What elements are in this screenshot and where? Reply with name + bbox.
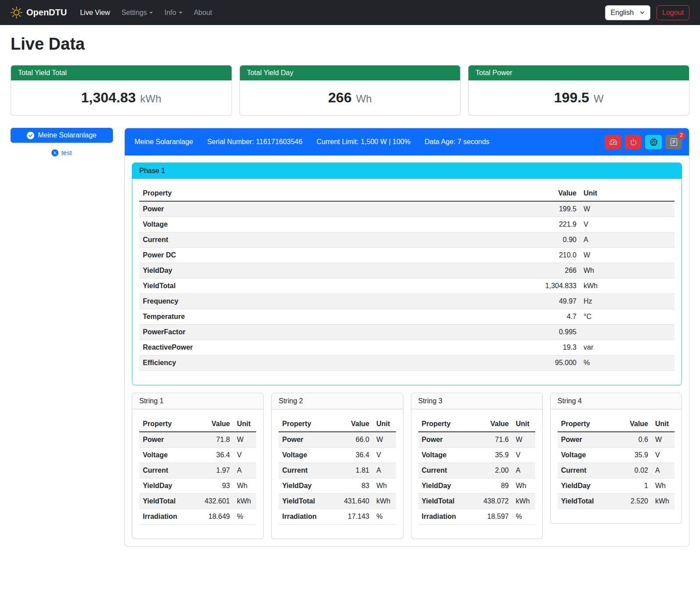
row-value: 210.0 [471, 248, 580, 263]
row-unit: kWh [373, 494, 396, 509]
string-col-property: Property [279, 416, 330, 432]
string-col-value: Value [191, 416, 233, 432]
row-property: YieldTotal [139, 279, 471, 294]
row-property: YieldTotal [139, 494, 191, 509]
page-title: Live Data [11, 35, 689, 54]
row-unit: W [580, 248, 675, 263]
row-value: 1 [609, 478, 652, 494]
row-value: 266 [471, 263, 580, 279]
page-container: Live Data Total Yield Total 1,304.83 kWh… [0, 25, 700, 557]
table-row: YieldTotal1,304.833kWh [139, 279, 675, 294]
string-table: Property Value Unit Power0.6WVoltage35.9… [558, 416, 675, 509]
string-table-body: Power71.6WVoltage35.9VCurrent2.00AYieldD… [418, 432, 535, 525]
power-button[interactable] [625, 135, 642, 149]
table-row: Voltage221.9V [139, 217, 675, 232]
summary-value: 1,304.83 [81, 90, 136, 106]
table-row: Current2.00A [418, 463, 535, 478]
navbar: OpenDTU Live ViewSettingsInfoAbout Engli… [0, 0, 700, 25]
string-col-value: Value [470, 416, 512, 432]
row-unit: W [233, 432, 256, 448]
row-property: Irradiation [418, 509, 470, 525]
summary-value: 199.5 [554, 90, 589, 106]
table-row: Voltage35.9V [418, 448, 535, 463]
row-property: YieldDay [418, 478, 470, 494]
row-property: Voltage [139, 448, 191, 463]
string-col-unit: Unit [373, 416, 396, 432]
sidebar: Meine Solaranlage test [11, 128, 113, 156]
row-unit: Wh [652, 478, 675, 494]
row-property: YieldDay [558, 478, 609, 494]
phase-col-property: Property [139, 186, 471, 201]
row-property: Efficiency [139, 355, 471, 371]
table-row: Power66.0W [279, 432, 395, 448]
sidebar-test-link[interactable]: test [11, 149, 113, 156]
phase-col-unit: Unit [580, 186, 675, 201]
string-col-value: Value [330, 416, 373, 432]
test-link-label: test [61, 149, 72, 156]
nav-item-settings[interactable]: Settings [118, 5, 156, 20]
table-row: YieldDay83Wh [279, 478, 395, 494]
limit-settings-button[interactable] [605, 135, 621, 149]
table-row: Power71.8W [139, 432, 256, 448]
summary-card-title: Total Power [468, 65, 689, 80]
row-property: PowerFactor [139, 325, 471, 340]
table-row: Power199.5W [139, 201, 675, 217]
language-select[interactable]: English [605, 5, 650, 20]
row-value: 432.601 [191, 494, 233, 509]
nav-item-info[interactable]: Info [161, 5, 186, 20]
table-row: YieldDay1Wh [558, 478, 675, 494]
row-value: 0.02 [609, 463, 652, 478]
string-col-unit: Unit [233, 416, 256, 432]
device-info-button[interactable] [645, 135, 662, 149]
brand-label: OpenDTU [26, 7, 67, 18]
row-unit: Wh [580, 263, 675, 279]
string-col-property: Property [418, 416, 470, 432]
row-unit: A [233, 463, 256, 478]
strings-row: String 1 Property Value Unit Power71.8WV… [132, 393, 682, 539]
nav-items: Live ViewSettingsInfoAbout [76, 5, 220, 20]
brand[interactable]: OpenDTU [11, 7, 67, 18]
nav-item-about[interactable]: About [190, 5, 216, 20]
row-value: 1.97 [191, 463, 233, 478]
cpu-icon [650, 138, 657, 146]
summary-row: Total Yield Total 1,304.83 kWh Total Yie… [11, 65, 689, 116]
phase-table: Property Value Unit Power199.5WVoltage22… [139, 186, 675, 371]
inverter-serial: Serial Number: 116171603546 [207, 138, 302, 146]
string-col-unit: Unit [512, 416, 535, 432]
inverter-select-button[interactable]: Meine Solaranlage [11, 128, 113, 143]
row-unit: Hz [580, 294, 675, 309]
string-card: String 4 Property Value Unit Power0.6WVo… [550, 393, 682, 524]
row-property: Voltage [139, 217, 471, 232]
row-value: 35.9 [470, 448, 512, 463]
row-unit: Wh [373, 478, 396, 494]
row-property: YieldDay [139, 263, 471, 279]
row-value: 93 [191, 478, 233, 494]
table-row: Voltage35.9V [558, 448, 675, 463]
navbar-right: English Logout [605, 5, 689, 20]
summary-card: Total Yield Day 266 Wh [239, 65, 461, 116]
row-unit: W [652, 432, 675, 448]
row-value: 36.4 [330, 448, 373, 463]
event-log-button[interactable]: 2 [665, 135, 682, 149]
row-value: 0.6 [609, 432, 652, 448]
logout-button[interactable]: Logout [656, 5, 689, 20]
chevron-down-icon [179, 12, 182, 14]
table-row: Irradiation18.649% [139, 509, 256, 525]
inverter-panel: Meine Solaranlage Serial Number: 1161716… [124, 128, 689, 546]
table-row: Power0.6W [558, 432, 675, 448]
row-unit: A [512, 463, 535, 478]
nav-item-live-view[interactable]: Live View [76, 5, 113, 20]
row-property: Current [279, 463, 330, 478]
row-value: 0.995 [471, 325, 580, 340]
inverter-data-age: Data Age: 7 seconds [424, 138, 490, 146]
table-row: ReactivePower19.3var [139, 340, 675, 355]
row-value: 95.000 [471, 355, 580, 371]
summary-card: Total Yield Total 1,304.83 kWh [11, 65, 232, 116]
row-unit: % [373, 509, 396, 525]
table-row: Irradiation18.597% [418, 509, 535, 525]
row-property: Current [139, 463, 191, 478]
row-unit: W [512, 432, 535, 448]
inverter-panel-body: Phase 1 Property Value Unit Power199.5WV… [125, 156, 689, 546]
row-value: 17.143 [330, 509, 373, 525]
row-value: 66.0 [330, 432, 373, 448]
